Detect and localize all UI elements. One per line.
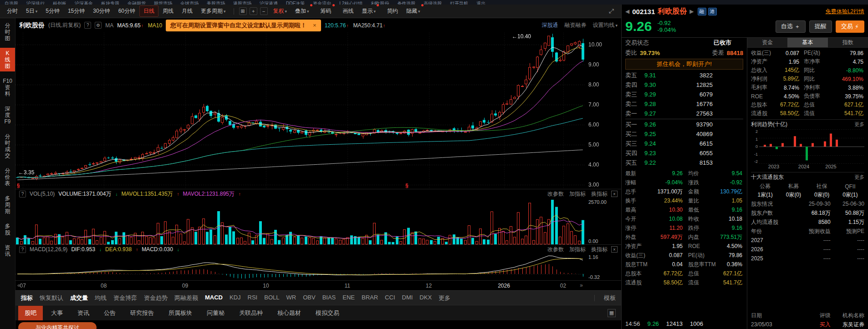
indicator-KDJ[interactable]: KDJ bbox=[230, 294, 241, 302]
info-tab-指数[interactable]: 指数 bbox=[828, 38, 868, 47]
bottom-tab-模拟交易[interactable]: 模拟交易 bbox=[309, 306, 346, 320]
help-icon[interactable]: ? bbox=[84, 22, 91, 29]
info-tab-资金[interactable]: 资金 bbox=[747, 38, 787, 47]
top-menu-item[interactable]: 科创板 bbox=[53, 0, 66, 4]
sidebar-item-F10资料[interactable]: F10资料 bbox=[0, 76, 15, 99]
help-icon[interactable]: ? bbox=[19, 191, 26, 197]
order-book-row[interactable]: 卖五9.313822 bbox=[625, 71, 743, 80]
bottom-tab-资讯[interactable]: 资讯 bbox=[71, 306, 96, 320]
bottom-tab-关联品种[interactable]: 关联品种 bbox=[233, 306, 269, 320]
close-icon[interactable]: × bbox=[611, 191, 618, 197]
bottom-tab-股吧[interactable]: 股吧 bbox=[18, 306, 43, 320]
order-book-row[interactable]: 买二9.2540869 bbox=[625, 129, 743, 139]
indicator-更多[interactable]: 更多 bbox=[439, 294, 450, 302]
sidebar-item-深度F9[interactable]: 深度F9 bbox=[0, 103, 15, 127]
order-book-row[interactable]: 买四9.236055 bbox=[625, 148, 743, 158]
top-menu-item[interactable]: DDE决策 bbox=[286, 0, 305, 4]
top-menu-item[interactable]: 金融期货 bbox=[128, 0, 146, 4]
close-icon[interactable]: × bbox=[611, 246, 618, 253]
sidebar-item-资讯[interactable]: 资讯 bbox=[0, 242, 15, 259]
info-tab-基本[interactable]: 基本 bbox=[787, 38, 827, 47]
top-menu-item[interactable]: 打开导航 bbox=[450, 0, 468, 4]
profit-more-link[interactable]: 更多 bbox=[854, 121, 864, 128]
indicator-WR[interactable]: WR bbox=[286, 294, 296, 302]
period-button-60分钟[interactable]: 60分钟 bbox=[114, 5, 139, 17]
indicator-两融差额[interactable]: 两融差额 bbox=[174, 294, 198, 302]
sidebar-item-分价表[interactable]: 分价表 bbox=[0, 165, 15, 189]
indicator-menu[interactable]: 指标 bbox=[21, 294, 33, 302]
top-menu-item[interactable]: 沪深基金 bbox=[75, 0, 93, 4]
indicator-DMI[interactable]: DMI bbox=[402, 294, 413, 302]
top-menu-item[interactable]: 资金流向 bbox=[313, 0, 331, 4]
panel-action-加指标[interactable]: 加指标 bbox=[569, 246, 586, 253]
close-icon[interactable]: × bbox=[313, 22, 317, 29]
panel-action-加指标[interactable]: 加指标 bbox=[569, 190, 586, 198]
sidebar-item-多周期[interactable]: 多周期 bbox=[0, 193, 15, 217]
indicator-RSI[interactable]: RSI bbox=[248, 294, 258, 302]
indicator-恢复默认[interactable]: 恢复默认 bbox=[40, 294, 63, 302]
holders-more-link[interactable]: 更多 bbox=[854, 174, 864, 181]
period-button-月线[interactable]: 月线 bbox=[178, 5, 197, 17]
volume-plot[interactable] bbox=[15, 199, 585, 244]
zoom-out-icon[interactable]: − bbox=[260, 7, 268, 15]
order-book-row[interactable]: 卖三9.296079 bbox=[625, 90, 743, 99]
indicator-资金博弈[interactable]: 资金博弈 bbox=[113, 294, 137, 302]
macd-canvas[interactable] bbox=[15, 254, 585, 280]
indicator-成交量[interactable]: 成交量 bbox=[70, 294, 88, 302]
period-button-更多周期[interactable]: 更多周期▾ bbox=[197, 5, 230, 17]
order-book-row[interactable]: 买三9.246615 bbox=[625, 139, 743, 148]
indicator-资金趋势[interactable]: 资金趋势 bbox=[144, 294, 168, 302]
tool-button-叠加[interactable]: 叠加▾ bbox=[291, 5, 317, 17]
order-book-row[interactable]: 卖二9.2816776 bbox=[625, 99, 743, 109]
order-book-row[interactable]: 卖一9.2727563 bbox=[625, 109, 743, 118]
tool-button-筹码[interactable]: 筹码 bbox=[317, 5, 339, 17]
top-menu-item[interactable]: 美股市场 bbox=[207, 0, 225, 4]
sidebar-item-分时图[interactable]: 分时图 bbox=[0, 20, 15, 44]
top-menu-item[interactable]: 利欧股份 bbox=[371, 0, 389, 4]
tool-button-复权[interactable]: 复权▾ bbox=[269, 5, 291, 17]
indicator-OBV[interactable]: OBV bbox=[303, 294, 315, 302]
panel-action-改参数[interactable]: 改参数 bbox=[547, 190, 564, 198]
sidebar-item-K线图[interactable]: K线图 bbox=[0, 48, 15, 71]
gear-icon[interactable]: ⚙ bbox=[95, 22, 102, 29]
trade-button[interactable]: 交易⚡ bbox=[836, 20, 864, 33]
top-menu-item[interactable]: 退出 bbox=[476, 0, 485, 4]
event-marker-icon[interactable]: § bbox=[405, 182, 408, 189]
next-stock-icon[interactable]: ▶ bbox=[689, 8, 694, 15]
kline-canvas[interactable] bbox=[15, 33, 585, 189]
alert-button[interactable]: 提醒 bbox=[809, 20, 832, 33]
event-marker-icon[interactable]: § bbox=[17, 182, 20, 189]
bottom-tab-公告[interactable]: 公告 bbox=[97, 306, 122, 320]
order-book-row[interactable]: 卖四9.3012825 bbox=[625, 80, 743, 90]
top-menu-item[interactable]: 条件选股 bbox=[397, 0, 415, 4]
indicator-均线[interactable]: 均线 bbox=[95, 294, 107, 302]
sidebar-item-分时成交[interactable]: 分时成交 bbox=[0, 131, 15, 161]
period-button-30分钟[interactable]: 30分钟 bbox=[89, 5, 114, 17]
bottom-tab-所属板块[interactable]: 所属板块 bbox=[162, 306, 199, 320]
template-button[interactable]: 模板 bbox=[604, 294, 616, 302]
bottom-tab-研究报告[interactable]: 研究报告 bbox=[124, 306, 160, 320]
l2-promo-link[interactable]: 免费体验L2行情 bbox=[826, 8, 864, 15]
indicator-DKX[interactable]: DKX bbox=[419, 294, 432, 302]
top-menu-item[interactable]: 自选股 bbox=[5, 0, 18, 4]
margin-trading-link[interactable]: 融资融券 bbox=[564, 21, 586, 29]
top-menu-item[interactable]: 高级选股 bbox=[424, 0, 442, 4]
bottom-tab-大事[interactable]: 大事 bbox=[45, 306, 69, 320]
bottom-tab-问董秘[interactable]: 问董秘 bbox=[200, 306, 231, 320]
tool-button-显示[interactable]: 显示▾ bbox=[358, 5, 383, 17]
period-button-5分钟[interactable]: 5分钟 bbox=[41, 5, 64, 17]
multi-chart-icon[interactable]: ⊞ bbox=[239, 7, 247, 15]
tool-button-简约[interactable]: 简约 bbox=[383, 5, 402, 17]
panel-action-改参数[interactable]: 改参数 bbox=[547, 246, 564, 253]
period-button-分时[interactable]: 分时 bbox=[3, 5, 22, 17]
indicator-BRAR[interactable]: BRAR bbox=[362, 294, 378, 302]
ma-setting-link[interactable]: 设置均线▾ bbox=[592, 21, 618, 29]
period-button-15分钟[interactable]: 15分钟 bbox=[64, 5, 89, 17]
tool-button-隐藏[interactable]: 隐藏▾ bbox=[402, 5, 428, 17]
tool-button-画线[interactable]: 画线 bbox=[339, 5, 358, 17]
top-menu-item[interactable]: L2核心行情 bbox=[339, 0, 363, 4]
top-menu-item[interactable]: 板块专题 bbox=[101, 0, 119, 4]
panel-action-换指标[interactable]: 换指标 bbox=[591, 190, 608, 198]
indicator-BIAS[interactable]: BIAS bbox=[322, 294, 336, 302]
kline-plot[interactable]: ←10.40 ←3.35 § § bbox=[15, 33, 585, 189]
